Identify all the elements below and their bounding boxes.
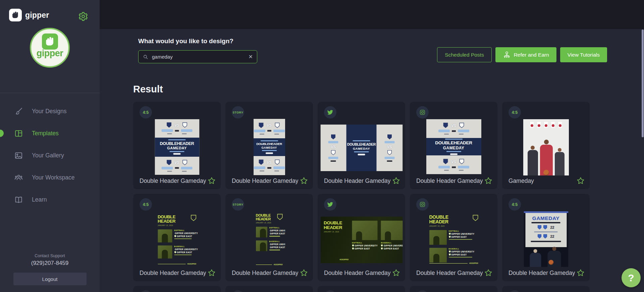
workspace-icon <box>14 173 23 182</box>
vertical-scrollbar[interactable] <box>642 29 644 137</box>
template-card[interactable]: 4:5Gameday <box>502 102 590 189</box>
favorite-star-icon[interactable] <box>207 176 216 185</box>
active-indicator <box>0 130 4 137</box>
template-thumbnail: VSDOUBLEHEADERGAMEDAYVS <box>155 119 199 175</box>
search-icon <box>143 54 149 60</box>
sidebar-item-your-designs[interactable]: Your Designs <box>0 100 100 122</box>
template-card[interactable]: DOUBLEHEADERJANUARY 15, 2023SOFTBALLGIPP… <box>410 194 497 281</box>
format-badge: STORY <box>232 106 244 119</box>
card-title: Double Header Gameday <box>324 270 390 277</box>
format-badge: 4:5 <box>140 106 152 119</box>
gipper-logo-icon <box>9 9 22 21</box>
template-card[interactable]: VSDOUBLEHEADERGAMEDAYVSDouble Header Gam… <box>410 102 497 189</box>
main-content: What would you like to design? ✕ Schedul… <box>100 0 644 292</box>
format-badge: STORY <box>232 198 244 211</box>
gallery-icon <box>14 151 23 160</box>
card-title: Gameday <box>508 177 534 185</box>
favorite-star-icon[interactable] <box>392 269 400 277</box>
template-card[interactable] <box>410 286 497 292</box>
template-card[interactable] <box>133 286 221 292</box>
favorite-star-icon[interactable] <box>392 176 400 185</box>
card-title: Double Header Gameday <box>232 177 298 185</box>
sidebar-item-templates[interactable]: Templates <box>0 122 100 144</box>
template-card[interactable]: STORYDOUBLEHEADERJANUARY 15, 2023SOFTBAL… <box>225 194 313 281</box>
favorite-star-icon[interactable] <box>484 176 493 185</box>
card-title: Double Header Gameday <box>140 177 206 185</box>
template-grid: 4:5VSDOUBLEHEADERGAMEDAYVSDouble Header … <box>133 102 590 292</box>
instagram-badge-icon <box>416 198 429 211</box>
avatar[interactable]: gipper <box>30 28 70 68</box>
format-badge <box>508 290 521 292</box>
header-actions: Scheduled Posts Refer and Earn View Tuto… <box>437 47 607 62</box>
template-thumbnail: VSDOUBLEHEADERGAMEDAYVS <box>320 125 402 171</box>
favorite-star-icon[interactable] <box>300 176 308 185</box>
template-card[interactable] <box>225 286 313 292</box>
card-title: Double Header Gameday <box>508 270 575 277</box>
search-box: ✕ <box>138 50 257 63</box>
refer-and-earn-button[interactable]: Refer and Earn <box>495 47 556 62</box>
sidebar-item-learn[interactable]: Learn <box>0 189 100 211</box>
search-heading: What would you like to design? <box>138 38 257 45</box>
brush-icon <box>14 107 23 116</box>
format-badge: 4:5 <box>140 198 152 211</box>
view-tutorials-button[interactable]: View Tutorials <box>560 47 607 62</box>
card-title: Double Header Gameday <box>416 270 483 277</box>
sidebar: gipper gipper Your DesignsTemplatesYour … <box>0 0 100 292</box>
sidebar-divider <box>0 93 100 93</box>
favorite-star-icon[interactable] <box>300 269 308 277</box>
refer-icon <box>503 51 511 59</box>
instagram-badge-icon <box>416 106 429 119</box>
template-thumbnail: GAMEDAY2222 <box>524 211 568 267</box>
contact-support-label: Contact Support <box>0 253 100 258</box>
sidebar-item-your-gallery[interactable]: Your Gallery <box>0 144 100 166</box>
help-button[interactable]: ? <box>622 268 641 287</box>
twitter-badge-icon <box>324 198 336 211</box>
favorite-star-icon[interactable] <box>576 176 585 185</box>
template-card[interactable] <box>318 286 405 292</box>
settings-gear-icon[interactable] <box>78 11 89 22</box>
format-badge: 4:5 <box>508 198 521 211</box>
support-phone[interactable]: (929)207-8459 <box>0 260 100 267</box>
clear-search-icon[interactable]: ✕ <box>249 54 253 60</box>
template-card[interactable]: DOUBLEHEADERJANUARY 15, 2023#GOGIPPERSOF… <box>318 194 405 281</box>
template-thumbnail: DOUBLEHEADERJANUARY 15, 2023#GOGIPPERSOF… <box>320 217 402 263</box>
sidebar-nav: Your DesignsTemplatesYour GalleryYour Wo… <box>0 100 100 211</box>
search-section: What would you like to design? ✕ <box>138 38 257 63</box>
card-title: Double Header Gameday <box>140 270 206 277</box>
app-root: gipper gipper Your DesignsTemplatesYour … <box>0 0 644 292</box>
brand-logo[interactable]: gipper <box>9 9 49 21</box>
template-thumbnail <box>523 119 569 175</box>
format-badge: 4:5 <box>508 106 521 119</box>
card-title: Double Header Gameday <box>324 177 390 185</box>
favorite-star-icon[interactable] <box>207 269 216 277</box>
avatar-label: gipper <box>37 48 63 59</box>
template-thumbnail: DOUBLEHEADERJANUARY 15, 2023SOFTBALLGIPP… <box>426 211 481 266</box>
twitter-badge-icon <box>324 106 336 119</box>
template-thumbnail: VSDOUBLEHEADERGAMEDAYVS <box>254 119 285 175</box>
support-section: Contact Support (929)207-8459 Logout <box>0 253 100 285</box>
template-card[interactable]: 4:5VSDOUBLEHEADERGAMEDAYVSDouble Header … <box>133 102 221 189</box>
template-card[interactable] <box>502 286 590 292</box>
learn-icon <box>14 195 23 204</box>
sidebar-item-your-workspace[interactable]: Your Workspace <box>0 166 100 189</box>
favorite-star-icon[interactable] <box>576 269 585 277</box>
template-thumbnail: VSDOUBLEHEADERGAMEDAYVS <box>426 119 481 174</box>
template-card[interactable]: VSDOUBLEHEADERGAMEDAYVSDouble Header Gam… <box>318 102 405 189</box>
template-thumbnail: DOUBLEHEADERJANUARY 15, 2023SOFTBALLGIPP… <box>155 211 199 267</box>
format-badge <box>324 290 336 292</box>
format-badge <box>416 290 429 292</box>
logout-button[interactable]: Logout <box>13 273 87 285</box>
scheduled-posts-button[interactable]: Scheduled Posts <box>437 47 491 62</box>
templates-icon <box>14 129 23 138</box>
results-heading: Result <box>133 84 163 95</box>
top-bar <box>100 0 644 29</box>
template-card[interactable]: STORYVSDOUBLEHEADERGAMEDAYVSDouble Heade… <box>225 102 313 189</box>
template-card[interactable]: 4:5GAMEDAY2222Double Header Gameday <box>502 194 590 281</box>
format-badge <box>140 290 152 292</box>
gipper-hand-icon <box>42 33 58 50</box>
search-input[interactable] <box>152 54 249 60</box>
template-card[interactable]: 4:5DOUBLEHEADERJANUARY 15, 2023SOFTBALLG… <box>133 194 221 281</box>
brand-name: gipper <box>25 11 49 20</box>
card-title: Double Header Gameday <box>416 177 483 185</box>
favorite-star-icon[interactable] <box>484 269 493 277</box>
